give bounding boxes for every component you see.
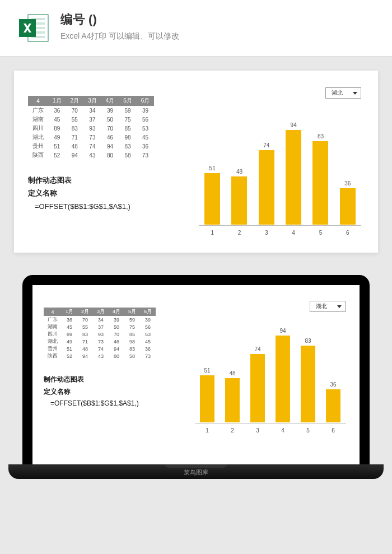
cell-value: 70 <box>109 330 124 338</box>
bar-category-label: 1 <box>211 230 214 236</box>
table-header: 1月 <box>48 96 66 106</box>
note-line-2: 定义名称 <box>44 386 184 398</box>
bar-value-label: 36 <box>330 381 336 388</box>
cell-value: 51 <box>48 142 66 151</box>
page-subtitle: Excel A4打印 可以编辑、可以修改 <box>60 31 179 41</box>
watermark-text: 菜鸟图库 <box>184 468 208 477</box>
bar-category-label: 2 <box>231 427 234 434</box>
row-name: 湖北 <box>28 133 48 142</box>
table-row: 陕西529443805873 <box>28 151 154 160</box>
region-dropdown[interactable]: 湖北 <box>325 87 361 99</box>
bar-category-label: 4 <box>281 427 284 434</box>
dropdown-selected: 湖北 <box>316 302 327 310</box>
note-line-1: 制作动态图表 <box>28 174 185 187</box>
table-row: 湖北497173469845 <box>44 338 156 345</box>
document-preview: 41月2月3月4月5月6月 广东367034395939湖南4555375075… <box>14 71 378 253</box>
cell-value: 48 <box>66 142 84 151</box>
cell-value: 73 <box>140 352 156 360</box>
cell-value: 45 <box>137 133 155 142</box>
cell-value: 58 <box>119 151 137 160</box>
cell-value: 98 <box>124 338 140 345</box>
left-panel-laptop: 41月2月3月4月5月6月 广东367034395939湖南4555375075… <box>44 308 184 456</box>
cell-value: 56 <box>137 115 155 124</box>
cell-value: 51 <box>62 345 77 352</box>
bar-category-label: 6 <box>332 427 335 434</box>
cell-value: 39 <box>109 316 124 323</box>
cell-value: 48 <box>77 345 93 352</box>
cell-value: 45 <box>48 115 66 124</box>
row-name: 湖南 <box>28 115 48 124</box>
table-corner: 4 <box>44 308 62 316</box>
bar-value-label: 36 <box>344 180 351 187</box>
table-header: 6月 <box>140 308 156 316</box>
cell-value: 83 <box>77 330 93 338</box>
cell-value: 70 <box>77 316 93 323</box>
data-table-laptop: 41月2月3月4月5月6月 广东367034395939湖南4555375075… <box>44 308 156 360</box>
notes-block-laptop: 制作动态图表 定义名称 =OFFSET($B$1:$G$1,$A$1,) <box>44 374 184 410</box>
bar-value-label: 51 <box>204 367 210 374</box>
note-line-2: 定义名称 <box>28 187 185 199</box>
bar-value-label: 48 <box>236 169 242 175</box>
table-header: 2月 <box>77 308 93 316</box>
cell-value: 50 <box>101 115 119 124</box>
cell-value: 93 <box>83 124 101 133</box>
cell-value: 94 <box>77 352 93 360</box>
laptop-screen: 41月2月3月4月5月6月 广东367034395939湖南4555375075… <box>32 285 360 464</box>
cell-value: 39 <box>101 106 119 115</box>
cell-value: 75 <box>124 323 140 330</box>
region-dropdown-laptop[interactable]: 湖北 <box>310 301 346 312</box>
header-text: 编号 () Excel A4打印 可以编辑、可以修改 <box>60 11 179 41</box>
row-name: 广东 <box>28 106 48 115</box>
note-line-1: 制作动态图表 <box>44 374 184 386</box>
bar <box>204 173 220 225</box>
bar-value-label: 74 <box>254 346 260 352</box>
bar-group: 743 <box>255 142 278 225</box>
table-header: 3月 <box>93 308 109 316</box>
bar <box>340 188 356 225</box>
cell-value: 43 <box>93 352 109 360</box>
note-formula: =OFFSET($B$1:$G$1,$A$1,) <box>44 398 184 410</box>
bar-group: 835 <box>309 133 332 225</box>
cell-value: 80 <box>101 151 119 160</box>
row-name: 四川 <box>28 124 48 133</box>
cell-value: 49 <box>48 133 66 142</box>
cell-value: 80 <box>109 352 124 360</box>
bar-chart-laptop: 511482743944835366 <box>195 316 346 434</box>
cell-value: 37 <box>83 115 101 124</box>
cell-value: 70 <box>66 106 84 115</box>
cell-value: 94 <box>101 142 119 151</box>
cell-value: 73 <box>83 133 101 142</box>
cell-value: 85 <box>119 124 137 133</box>
bar-chart: 511482743944835366 <box>199 107 361 236</box>
table-row: 陕西529443805873 <box>44 352 156 360</box>
bar-value-label: 74 <box>263 142 269 148</box>
cell-value: 46 <box>109 338 124 345</box>
row-name: 陕西 <box>44 352 62 360</box>
data-table: 41月2月3月4月5月6月 广东367034395939湖南4555375075… <box>28 96 154 160</box>
chart-x-axis <box>199 225 361 226</box>
excel-file-icon <box>17 11 50 45</box>
bar-group: 366 <box>337 180 359 225</box>
cell-value: 83 <box>119 142 137 151</box>
bar-category-label: 5 <box>319 230 323 236</box>
cell-value: 73 <box>137 151 155 160</box>
cell-value: 58 <box>124 352 140 360</box>
bar <box>250 354 265 422</box>
table-row: 贵州514874948336 <box>28 142 154 151</box>
cell-value: 45 <box>62 323 77 330</box>
cell-value: 93 <box>93 330 109 338</box>
table-row: 湖南455537507556 <box>44 323 156 330</box>
bar-category-label: 3 <box>256 427 259 434</box>
cell-value: 36 <box>62 316 77 323</box>
table-header: 1月 <box>62 308 77 316</box>
bar-value-label: 83 <box>305 338 311 344</box>
cell-value: 36 <box>48 106 66 115</box>
bar-group: 743 <box>246 346 269 422</box>
laptop-frame: 41月2月3月4月5月6月 广东367034395939湖南4555375075… <box>22 275 370 464</box>
cell-value: 83 <box>66 124 84 133</box>
row-name: 湖北 <box>44 338 62 345</box>
cell-value: 53 <box>140 330 156 338</box>
bar-value-label: 51 <box>209 165 216 171</box>
bar <box>312 141 328 225</box>
bar-group: 944 <box>282 122 305 225</box>
